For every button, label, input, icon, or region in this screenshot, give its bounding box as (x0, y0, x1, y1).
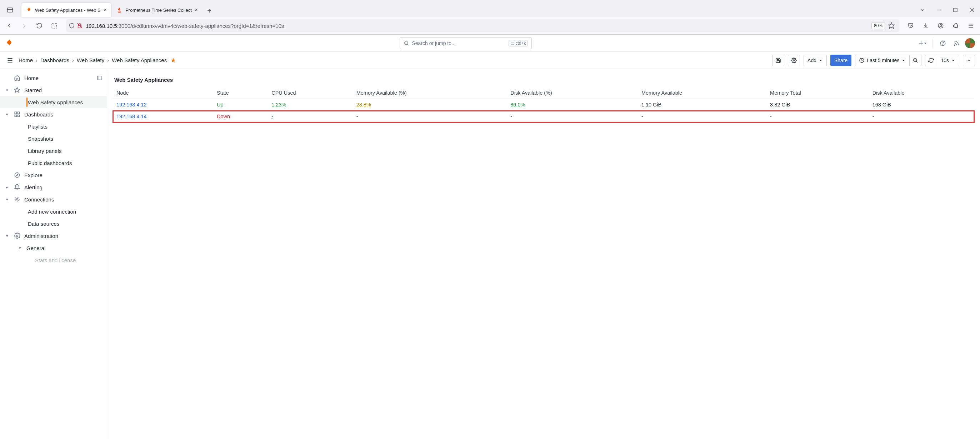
favorite-star-icon[interactable]: ★ (170, 56, 176, 64)
hamburger-icon[interactable] (5, 56, 15, 65)
column-header[interactable]: CPU Used (268, 87, 353, 99)
nav-forward-button (18, 19, 31, 32)
shield-icon[interactable] (68, 22, 75, 29)
tab-close-icon[interactable]: × (103, 7, 107, 13)
refresh-button[interactable] (925, 55, 937, 66)
node-link[interactable]: 192.168.4.14 (116, 114, 147, 119)
column-header[interactable]: Disk Available (%) (507, 87, 638, 99)
cpu-value[interactable]: 1.23% (271, 102, 286, 108)
sidebar-child-item[interactable]: Data sources (0, 218, 107, 230)
column-header[interactable]: Node (113, 87, 213, 99)
add-panel-button[interactable] (918, 38, 928, 48)
home-icon (14, 74, 21, 81)
plug-icon (14, 196, 21, 203)
sidebar-item[interactable]: Home (0, 72, 107, 84)
breadcrumb-item[interactable]: Home (19, 57, 33, 63)
search-shortcut: ctrl+k (509, 40, 528, 46)
sidebar-child-item[interactable]: Library panels (0, 145, 107, 157)
global-search[interactable]: Search or jump to... ctrl+k (399, 37, 532, 49)
pocket-icon[interactable] (904, 19, 917, 32)
sidebar-item[interactable]: ▾Dashboards (0, 108, 107, 120)
mem-value: - (638, 111, 767, 122)
grafana-logo-icon[interactable] (5, 39, 14, 48)
svg-point-23 (954, 45, 955, 45)
window-close-button[interactable] (964, 3, 980, 17)
memtotal-value: - (767, 111, 869, 122)
sidebar-child-item[interactable]: Stats and license (0, 254, 107, 266)
svg-point-27 (793, 60, 795, 61)
browser-chrome: Web Safety Appliances - Web S × Promethe… (0, 0, 980, 35)
dashboard-toolbar: Home› Dashboards› Web Safety› Web Safety… (0, 52, 980, 69)
column-header[interactable]: Memory Total (767, 87, 869, 99)
disk-percent-value[interactable]: 86.0% (511, 102, 525, 108)
rss-icon[interactable] (951, 38, 961, 48)
browser-tab[interactable]: Prometheus Time Series Collect × (112, 3, 202, 17)
address-bar[interactable]: 192.168.10.5:3000/d/cdlunnxvvdmv4c/web-s… (66, 19, 899, 32)
breadcrumb-item[interactable]: Web Safety (77, 57, 104, 63)
breadcrumbs: Home› Dashboards› Web Safety› Web Safety… (19, 57, 167, 63)
refresh-interval-picker[interactable]: 10s (937, 55, 959, 66)
node-link[interactable]: 192.168.4.12 (116, 102, 147, 108)
breadcrumb-item[interactable]: Dashboards (40, 57, 69, 63)
account-icon[interactable] (934, 19, 947, 32)
browser-tab-active[interactable]: Web Safety Appliances - Web S × (21, 3, 111, 17)
sidebar-toggle-icon[interactable] (3, 3, 17, 17)
add-button[interactable]: Add (803, 55, 827, 66)
window-minimize-button[interactable] (931, 3, 947, 17)
sidebar-child-item[interactable]: Snapshots (0, 132, 107, 145)
tab-list-button[interactable] (914, 3, 931, 17)
column-header[interactable]: Memory Available (%) (353, 87, 507, 99)
table-row: 192.168.4.14Down------ (113, 111, 974, 122)
dashboard-settings-button[interactable] (788, 55, 800, 66)
window-maximize-button[interactable] (947, 3, 964, 17)
sidebar-child-item[interactable]: Web Safety Appliances (0, 96, 107, 108)
sidebar-child-item[interactable]: Playlists (0, 120, 107, 132)
save-dashboard-button[interactable] (772, 55, 784, 66)
nav-screenshot-button[interactable] (48, 19, 61, 32)
sidebar-label: General (26, 245, 45, 251)
sidebar-item[interactable]: ▾General (0, 242, 107, 254)
sidebar-item[interactable]: ▾Starred (0, 84, 107, 96)
share-button[interactable]: Share (830, 55, 851, 66)
chevron-down-icon (819, 58, 823, 62)
tab-title: Web Safety Appliances - Web S (35, 8, 101, 13)
help-icon[interactable] (938, 38, 948, 48)
grafana-header: Search or jump to... ctrl+k (0, 35, 980, 52)
svg-point-16 (404, 41, 407, 44)
cpu-value[interactable]: - (271, 114, 273, 119)
downloads-icon[interactable] (919, 19, 932, 32)
column-header[interactable]: State (213, 87, 268, 99)
sidebar-item[interactable]: Explore (0, 169, 107, 181)
zoom-out-button[interactable] (909, 55, 921, 66)
sidebar-child-item[interactable]: Add new connection (0, 205, 107, 218)
nav-back-button[interactable] (3, 19, 16, 32)
bookmark-star-icon[interactable] (888, 22, 895, 29)
app-menu-icon[interactable] (964, 19, 977, 32)
kiosk-mode-button[interactable] (963, 55, 975, 66)
sidebar-item[interactable]: ▾Administration (0, 230, 107, 242)
column-header[interactable]: Disk Available (869, 87, 974, 99)
nav-reload-button[interactable] (33, 19, 46, 32)
svg-rect-32 (97, 76, 102, 80)
tab-close-icon[interactable]: × (195, 7, 198, 13)
zoom-badge[interactable]: 80% (872, 22, 885, 29)
user-avatar[interactable] (965, 38, 975, 48)
chevron-down-icon (901, 58, 906, 62)
disk-percent-value: - (511, 114, 512, 119)
insecure-icon[interactable] (76, 22, 83, 29)
sidebar-label: Administration (24, 233, 58, 239)
sidebar-child-item[interactable]: Public dashboards (0, 157, 107, 169)
appliances-table: NodeStateCPU UsedMemory Available (%)Dis… (113, 87, 974, 122)
time-range-picker[interactable]: Last 5 minutes (855, 55, 910, 66)
new-tab-button[interactable]: + (203, 4, 216, 17)
extensions-icon[interactable] (949, 19, 962, 32)
sidebar-item[interactable]: ▸Alerting (0, 181, 107, 193)
sidebar-label: Home (24, 75, 38, 81)
mem-percent-value[interactable]: 28.8% (356, 102, 371, 108)
sidebar-label: Playlists (28, 124, 48, 130)
sidebar-item[interactable]: ▾Connections (0, 193, 107, 205)
column-header[interactable]: Memory Available (638, 87, 767, 99)
dock-icon[interactable] (97, 75, 102, 81)
url-text: 192.168.10.5:3000/d/cdlunnxvvdmv4c/web-s… (86, 23, 872, 29)
svg-rect-38 (18, 115, 20, 117)
